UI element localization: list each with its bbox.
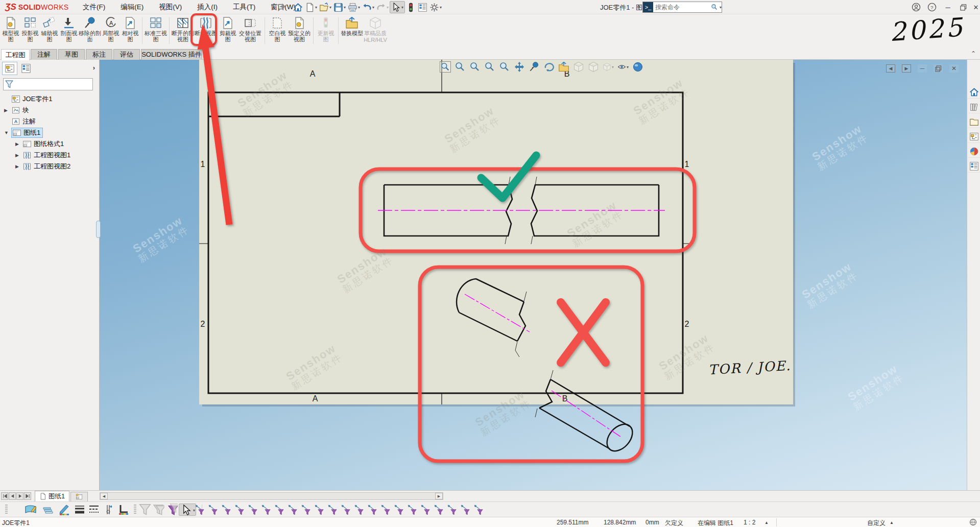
scroll-right-icon[interactable]: ▶ bbox=[435, 493, 443, 499]
draft-quality-button[interactable]: 草稿品质HLR/HLV bbox=[363, 15, 388, 48]
tab-annotation[interactable]: 注解 bbox=[31, 49, 57, 60]
auxiliary-view-button[interactable]: 辅助视图 bbox=[40, 15, 59, 48]
scroll-left-icon[interactable]: ◀ bbox=[100, 493, 108, 499]
tree-item-drawing-view2[interactable]: ▶ 工程图视图2 bbox=[0, 161, 99, 172]
menu-pin-icon[interactable] bbox=[277, 3, 286, 12]
predefined-view-button[interactable]: 预定义的视图 bbox=[288, 15, 311, 48]
zoom-to-fit-icon[interactable] bbox=[440, 61, 451, 73]
projected-view-button[interactable]: 投影视图 bbox=[20, 15, 40, 48]
collapse-arrow-icon[interactable]: ▼ bbox=[4, 130, 9, 135]
section-view-toggle-icon[interactable]: ▾ bbox=[603, 61, 614, 73]
tab-evaluate[interactable]: 评估 bbox=[113, 49, 140, 60]
tree-filter-field[interactable] bbox=[3, 78, 93, 90]
resources-icon[interactable] bbox=[968, 101, 980, 113]
previous-sheet-icon[interactable] bbox=[9, 492, 16, 500]
search-dropdown-icon[interactable]: ▾ bbox=[720, 5, 722, 10]
new-file-button[interactable]: ▾ bbox=[304, 1, 318, 13]
tab-drawing[interactable]: 工程图 bbox=[1, 49, 30, 60]
add-sheet-tab[interactable] bbox=[70, 492, 88, 501]
feature-manager-tab[interactable] bbox=[2, 62, 17, 75]
selection-filter-icon[interactable] bbox=[274, 504, 284, 516]
crop-view-button[interactable]: 剪裁视图 bbox=[218, 15, 238, 48]
3d-drawing-view-icon[interactable] bbox=[558, 61, 569, 73]
minimize-doc-icon[interactable]: ─ bbox=[918, 64, 927, 73]
line-thickness-icon[interactable] bbox=[74, 504, 86, 516]
next-sheet-icon[interactable] bbox=[16, 492, 23, 500]
expand-arrow-icon[interactable]: ▶ bbox=[15, 153, 19, 158]
hide-show-edges-icon[interactable] bbox=[102, 504, 114, 516]
search-input[interactable] bbox=[653, 4, 711, 11]
selection-filter-icon[interactable] bbox=[327, 504, 338, 516]
menu-edit[interactable]: 编辑(E) bbox=[119, 1, 145, 13]
minimize-button[interactable]: ─ bbox=[942, 2, 954, 13]
select-arrow-button[interactable]: ▾ bbox=[179, 504, 196, 516]
rotate-view-icon[interactable] bbox=[543, 61, 555, 73]
selection-filter-icon[interactable] bbox=[420, 504, 431, 516]
zoom-in-out-icon[interactable] bbox=[469, 61, 481, 73]
tree-item-blocks[interactable]: ▶ 块 bbox=[0, 105, 99, 116]
view-palette-icon[interactable] bbox=[968, 131, 980, 143]
selection-filter-icon[interactable] bbox=[473, 504, 484, 516]
appearances-icon[interactable] bbox=[968, 146, 980, 158]
last-sheet-icon[interactable] bbox=[24, 492, 31, 500]
design-library-icon[interactable] bbox=[968, 116, 980, 128]
tab-addins[interactable]: SOLIDWORKS 插件 bbox=[141, 49, 202, 60]
tree-item-part[interactable]: JOE零件1 bbox=[0, 93, 99, 105]
toolbar-grip[interactable] bbox=[5, 505, 8, 515]
removed-section-button[interactable]: 移除的剖面 bbox=[79, 15, 101, 48]
tree-item-annotations[interactable]: 注解 bbox=[0, 116, 99, 127]
selection-filter-icon[interactable] bbox=[247, 504, 258, 516]
zoom-to-selection-icon[interactable] bbox=[484, 61, 495, 73]
save-button[interactable]: ▾ bbox=[332, 1, 347, 13]
display-pane-button[interactable] bbox=[417, 1, 428, 13]
tab-markup[interactable]: 标注 bbox=[86, 49, 112, 60]
color-display-mode-icon[interactable] bbox=[117, 504, 130, 516]
tree-item-sheet1[interactable]: ▼ 图纸1 bbox=[0, 127, 99, 138]
selection-filter-icon[interactable] bbox=[380, 504, 391, 516]
selection-filter-icon[interactable] bbox=[340, 504, 351, 516]
replace-model-button[interactable]: 替换模型 bbox=[341, 15, 363, 48]
filter-multiple-icon[interactable] bbox=[152, 504, 164, 516]
expand-arrow-icon[interactable]: ▶ bbox=[15, 141, 19, 147]
selection-filter-icon[interactable] bbox=[460, 504, 470, 516]
restore-button[interactable] bbox=[957, 2, 969, 13]
selection-filter-icon[interactable] bbox=[433, 504, 444, 516]
status-display-mode[interactable]: 自定义 bbox=[867, 519, 886, 527]
user-account-icon[interactable] bbox=[910, 2, 922, 13]
display-dropdown-icon[interactable]: ▲ bbox=[890, 520, 894, 525]
restore-doc-icon[interactable] bbox=[934, 64, 943, 73]
panel-splitter-handle[interactable] bbox=[96, 221, 101, 238]
section-view-button[interactable]: 剖面视图 bbox=[59, 15, 79, 48]
sheet-tab-active[interactable]: 图纸1 bbox=[35, 491, 69, 501]
line-color-icon[interactable] bbox=[58, 504, 70, 516]
rebuild-button[interactable] bbox=[405, 1, 417, 13]
collapse-ribbon-icon[interactable]: ⌃ bbox=[971, 50, 976, 57]
previous-view-icon[interactable] bbox=[499, 61, 510, 73]
select-cursor-button[interactable]: ▾ bbox=[390, 1, 405, 13]
detail-view-button[interactable]: 局部视图 bbox=[101, 15, 121, 48]
status-sheet-scale[interactable]: 1 : 2 bbox=[744, 519, 755, 526]
view-settings-icon[interactable] bbox=[632, 61, 643, 73]
layer-icon[interactable] bbox=[42, 504, 54, 516]
selection-filter-icon[interactable] bbox=[367, 504, 377, 516]
print-button[interactable]: ▾ bbox=[347, 1, 361, 13]
tab-sketch[interactable]: 草图 bbox=[58, 49, 85, 60]
selection-filter-icon[interactable] bbox=[407, 504, 417, 516]
status-globe-icon[interactable] bbox=[969, 518, 977, 526]
options-gear-button[interactable]: ▾ bbox=[428, 1, 443, 13]
filter-stack-icon[interactable] bbox=[165, 504, 178, 516]
home-button[interactable] bbox=[292, 1, 304, 13]
tree-item-sheet-format1[interactable]: ▶ 图纸格式1 bbox=[0, 138, 99, 150]
toolbar-grip[interactable] bbox=[134, 505, 136, 515]
expand-arrow-icon[interactable]: ▶ bbox=[15, 164, 19, 169]
filter-funnel-icon[interactable] bbox=[139, 504, 151, 516]
selection-filter-icon[interactable] bbox=[260, 504, 271, 516]
pan-icon[interactable] bbox=[514, 61, 525, 73]
update-view-button[interactable]: 更新视图 bbox=[316, 15, 336, 48]
view-orientation-icon[interactable] bbox=[573, 61, 584, 73]
display-style-icon[interactable] bbox=[588, 61, 599, 73]
selection-filter-icon[interactable] bbox=[446, 504, 457, 516]
selection-filter-icon[interactable] bbox=[194, 504, 205, 516]
help-icon[interactable]: ? bbox=[926, 2, 938, 13]
empty-view-button[interactable]: 空白视图 bbox=[267, 15, 288, 48]
